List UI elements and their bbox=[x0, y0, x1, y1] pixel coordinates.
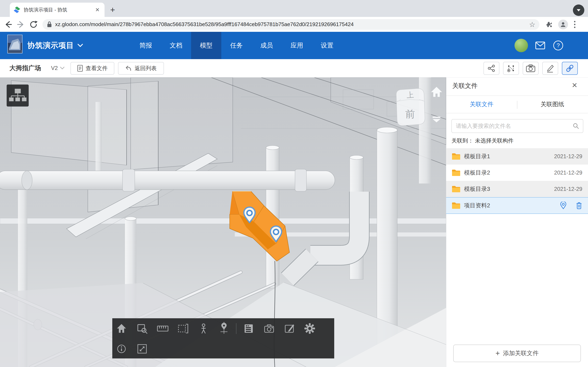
file-row-selected[interactable]: 项目资料2 bbox=[446, 197, 588, 214]
share-icon bbox=[487, 64, 495, 72]
person-icon bbox=[560, 21, 566, 27]
camera-icon bbox=[526, 64, 535, 72]
add-linked-file-button[interactable]: + 添加关联文件 bbox=[453, 345, 581, 362]
view-file-label: 查看文件 bbox=[86, 65, 108, 72]
nav-item-documents[interactable]: 文档 bbox=[161, 32, 191, 59]
tab-linked-drawings[interactable]: 关联图纸 bbox=[517, 96, 588, 113]
annotate-button[interactable] bbox=[542, 62, 558, 75]
folder-icon bbox=[452, 202, 460, 209]
extensions-puzzle-icon[interactable] bbox=[545, 20, 553, 29]
project-title[interactable]: 协筑演示项目 bbox=[27, 32, 83, 59]
file-row[interactable]: 模板目录2 2021-12-29 bbox=[446, 165, 588, 181]
file-search-input[interactable] bbox=[456, 123, 573, 129]
locate-pin-icon[interactable] bbox=[560, 202, 567, 209]
model-version-select[interactable]: V2 bbox=[51, 59, 65, 77]
linked-to-status: 关联到： 未选择关联构件 bbox=[451, 137, 514, 144]
return-arrow-icon bbox=[125, 65, 132, 71]
panel-close-icon[interactable]: ✕ bbox=[572, 81, 578, 89]
measure-button[interactable] bbox=[503, 62, 519, 75]
file-row[interactable]: 模板目录1 2021-12-29 bbox=[446, 148, 588, 165]
measure-path-icon bbox=[507, 64, 515, 73]
bookmark-star-icon[interactable]: ☆ bbox=[529, 20, 535, 29]
folder-icon bbox=[452, 185, 460, 192]
url-field[interactable]: xz.glodon.com/model/main/278b7967ebba470… bbox=[43, 19, 539, 30]
nav-item-settings[interactable]: 设置 bbox=[312, 32, 342, 59]
back-to-list-label: 返回列表 bbox=[135, 65, 157, 72]
file-name: 模板目录1 bbox=[464, 152, 554, 160]
model-version: V2 bbox=[51, 65, 58, 71]
file-name: 项目资料2 bbox=[464, 202, 560, 209]
chevron-down-icon bbox=[60, 67, 65, 70]
downloads-button[interactable] bbox=[573, 4, 584, 16]
model-tree-button[interactable] bbox=[7, 85, 29, 106]
folder-icon bbox=[452, 153, 460, 160]
tab-divider bbox=[517, 101, 517, 109]
main-nav: 简报 文档 模型 任务 成员 应用 设置 bbox=[131, 32, 342, 59]
search-icon bbox=[573, 123, 579, 129]
site-favicon bbox=[13, 6, 20, 13]
project-title-text: 协筑演示项目 bbox=[27, 40, 74, 50]
nav-item-members[interactable]: 成员 bbox=[251, 32, 282, 59]
nav-item-apps[interactable]: 应用 bbox=[282, 32, 312, 59]
new-tab-button[interactable]: + bbox=[110, 6, 115, 14]
file-list: 模板目录1 2021-12-29 模板目录2 2021-12-29 模板目录3 … bbox=[446, 148, 588, 214]
file-name: 模板目录2 bbox=[464, 169, 554, 176]
folder-icon bbox=[452, 169, 460, 176]
help-glyph: ? bbox=[557, 42, 560, 49]
cube-front-label: 前 bbox=[405, 109, 415, 119]
file-search-box[interactable] bbox=[451, 119, 583, 133]
vt-properties-button[interactable] bbox=[245, 324, 253, 333]
reload-icon[interactable] bbox=[29, 20, 38, 29]
nav-item-tasks[interactable]: 任务 bbox=[221, 32, 251, 59]
forward-icon[interactable] bbox=[16, 20, 25, 29]
file-name: 模板目录3 bbox=[464, 185, 554, 193]
viewer-toolbar bbox=[112, 318, 334, 359]
browser-tab[interactable]: 协筑演示项目 - 协筑 ✕ bbox=[10, 3, 104, 17]
pencil-icon bbox=[546, 64, 554, 73]
browser-profile-avatar[interactable] bbox=[558, 20, 568, 29]
tab-close-icon[interactable]: ✕ bbox=[94, 7, 101, 13]
header-right: ? bbox=[515, 32, 563, 59]
help-icon[interactable]: ? bbox=[553, 41, 563, 50]
nav-item-briefing[interactable]: 简报 bbox=[131, 32, 161, 59]
file-date: 2021-12-29 bbox=[554, 153, 582, 160]
plus-icon: + bbox=[495, 349, 500, 358]
nav-item-model[interactable]: 模型 bbox=[191, 32, 221, 59]
triangle-down-icon bbox=[576, 8, 581, 13]
view-file-button[interactable]: 查看文件 bbox=[70, 62, 114, 75]
model-viewport[interactable]: 上 前 bbox=[0, 77, 446, 367]
browser-url-bar: xz.glodon.com/model/main/278b7967ebba470… bbox=[0, 17, 588, 32]
tab-linked-files[interactable]: 关联文件 bbox=[446, 96, 517, 113]
delete-trash-icon[interactable] bbox=[576, 202, 582, 209]
share-button[interactable] bbox=[484, 62, 499, 75]
back-icon[interactable] bbox=[4, 20, 13, 29]
link-icon bbox=[565, 64, 574, 73]
url-text: xz.glodon.com/model/main/278b7967ebba470… bbox=[55, 21, 529, 27]
add-linked-file-label: 添加关联文件 bbox=[503, 349, 539, 358]
file-date: 2021-12-29 bbox=[554, 170, 582, 176]
cube-top-label: 上 bbox=[406, 91, 414, 99]
lock-icon bbox=[47, 21, 52, 28]
back-to-list-button[interactable]: 返回列表 bbox=[118, 62, 164, 75]
browser-menu-dots-icon[interactable] bbox=[573, 20, 576, 29]
panel-title: 关联文件 bbox=[452, 82, 477, 90]
document-icon bbox=[77, 65, 83, 72]
tab-title: 协筑演示项目 - 协筑 bbox=[24, 7, 94, 13]
file-row[interactable]: 模板目录3 2021-12-29 bbox=[446, 181, 588, 197]
browser-tab-strip: 协筑演示项目 - 协筑 ✕ + bbox=[0, 0, 588, 17]
file-date: 2021-12-29 bbox=[554, 186, 582, 192]
model-name: 大拇指广场 bbox=[9, 59, 41, 77]
user-avatar[interactable] bbox=[515, 39, 528, 52]
mail-icon[interactable] bbox=[535, 42, 545, 49]
link-files-button[interactable] bbox=[562, 62, 578, 75]
snapshot-button[interactable] bbox=[523, 62, 539, 75]
project-logo[interactable] bbox=[7, 35, 22, 53]
chevron-down-icon bbox=[77, 43, 83, 48]
